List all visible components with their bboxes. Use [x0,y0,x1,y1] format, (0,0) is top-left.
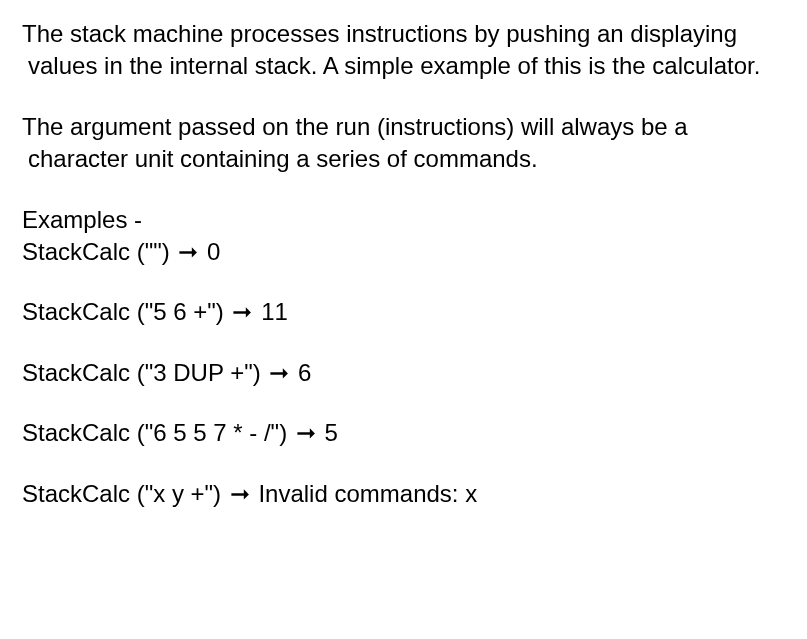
document-page: The stack machine processes instructions… [0,0,807,520]
example-result: 5 [324,419,337,446]
arrow-icon: ➞ [267,357,291,389]
examples-section: Examples - StackCalc ("") ➞ 0 StackCalc … [22,204,787,510]
example-item: StackCalc ("x y +") ➞ Invalid commands: … [22,478,787,510]
intro-paragraph-1: The stack machine processes instructions… [22,18,787,83]
arrow-icon: ➞ [176,236,200,268]
example-line: StackCalc ("5 6 +") ➞ 11 [22,296,787,328]
example-item: StackCalc ("3 DUP +") ➞ 6 [22,357,787,389]
example-result: 0 [207,238,220,265]
example-line: StackCalc ("x y +") ➞ Invalid commands: … [22,478,787,510]
arrow-icon: ➞ [228,478,252,510]
example-line: StackCalc ("6 5 5 7 * - /") ➞ 5 [22,417,787,449]
example-item: StackCalc ("6 5 5 7 * - /") ➞ 5 [22,417,787,449]
arrow-icon: ➞ [230,296,254,328]
examples-heading: Examples - [22,204,787,236]
example-line: StackCalc ("3 DUP +") ➞ 6 [22,357,787,389]
example-call: StackCalc ("") [22,238,170,265]
example-item: StackCalc ("5 6 +") ➞ 11 [22,296,787,328]
example-call: StackCalc ("6 5 5 7 * - /") [22,419,287,446]
example-item: Examples - StackCalc ("") ➞ 0 [22,204,787,269]
example-line: StackCalc ("") ➞ 0 [22,236,787,268]
example-call: StackCalc ("5 6 +") [22,298,224,325]
arrow-icon: ➞ [294,417,318,449]
example-result: 6 [298,359,311,386]
example-result: 11 [261,298,288,325]
example-call: StackCalc ("3 DUP +") [22,359,261,386]
example-call: StackCalc ("x y +") [22,480,221,507]
example-result: Invalid commands: x [258,480,477,507]
intro-paragraph-2: The argument passed on the run (instruct… [22,111,787,176]
